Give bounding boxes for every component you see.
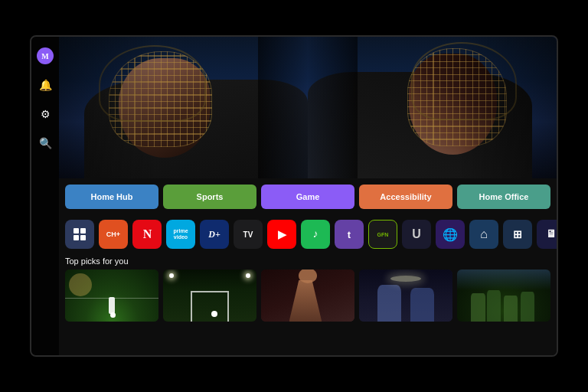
search-icon[interactable]: 🔍 [37, 135, 54, 152]
apps-row: CH+ N primevideo D+ TV ▶ ♪ t GFN U 🌐 ⌂ ⊞ [59, 215, 557, 253]
hockey-scene [59, 37, 557, 178]
user-avatar[interactable]: M [37, 47, 54, 64]
cat-home-office[interactable]: Home Office [457, 185, 550, 209]
netflix-icon[interactable]: N [132, 220, 162, 249]
twitch-icon[interactable]: t [335, 220, 364, 249]
sidebar: M 🔔 ⚙ 🔍 [31, 37, 59, 355]
cat-sports[interactable]: Sports [163, 185, 256, 209]
youtube-icon[interactable]: ▶ [267, 220, 296, 249]
cat-accessibility[interactable]: Accessibility [359, 185, 452, 209]
vr-app-icon[interactable]: 🌐 [436, 220, 465, 249]
category-bar: Home Hub Sports Game Accessibility Home … [59, 178, 557, 215]
pick-card-boxing[interactable] [359, 270, 452, 322]
settings-icon[interactable]: ⚙ [37, 106, 54, 122]
picks-row [65, 270, 550, 322]
bell-icon[interactable]: 🔔 [37, 77, 54, 93]
apps-grid-icon[interactable] [65, 220, 94, 249]
ubisoft-icon[interactable]: U [402, 220, 431, 249]
spotify-icon[interactable]: ♪ [301, 220, 330, 249]
hero-banner [59, 37, 557, 178]
pick-card-handball[interactable] [261, 270, 354, 322]
apple-tv-icon[interactable]: TV [234, 220, 263, 249]
geforce-now-icon[interactable]: GFN [368, 220, 397, 249]
monitor-app-icon[interactable]: 🖥 [537, 220, 557, 249]
cat-home-hub[interactable]: Home Hub [65, 185, 158, 209]
ch-plus-icon[interactable]: CH+ [99, 220, 128, 249]
home-app-icon[interactable]: ⌂ [469, 220, 498, 249]
disney-plus-icon[interactable]: D+ [200, 220, 229, 249]
top-picks-label: Top picks for you [65, 256, 550, 266]
top-picks-section: Top picks for you [59, 253, 557, 355]
pick-card-soccer-day[interactable] [65, 270, 158, 322]
gallery-app-icon[interactable]: ⊞ [503, 220, 532, 249]
main-content: Home Hub Sports Game Accessibility Home … [59, 37, 557, 355]
tv-frame: M 🔔 ⚙ 🔍 [30, 35, 558, 357]
pick-card-soccer-night[interactable] [163, 270, 256, 322]
cat-game[interactable]: Game [261, 185, 354, 209]
pick-card-football[interactable] [457, 270, 550, 322]
prime-video-icon[interactable]: primevideo [166, 220, 195, 249]
